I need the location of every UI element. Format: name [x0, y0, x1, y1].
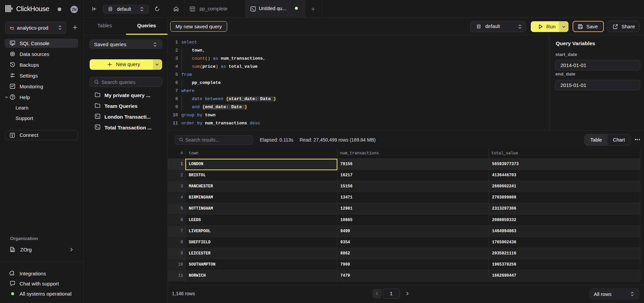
svg-text:aws: aws: [10, 26, 14, 28]
